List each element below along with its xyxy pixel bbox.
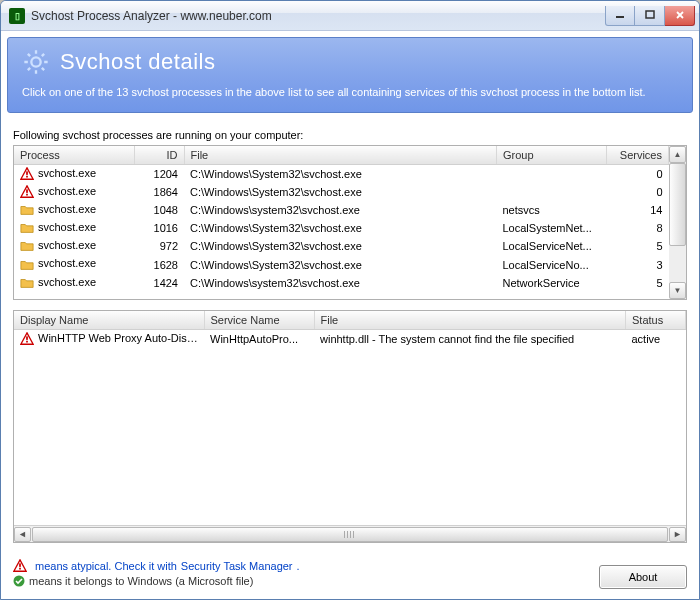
svg-rect-21 [26,341,28,343]
folder-icon [20,276,34,290]
atypical-note-text: means atypical. Check it with [35,560,177,572]
svg-rect-14 [26,171,28,175]
process-list-vscrollbar[interactable]: ▲ ▼ [669,146,686,299]
svg-rect-17 [26,190,28,194]
svg-rect-18 [26,194,28,196]
process-list-header[interactable]: Process ID File Group Services [14,146,669,165]
scroll-htrack[interactable] [32,527,668,542]
table-row[interactable]: svchost.exe1204C:\Windows\System32\svcho… [14,165,669,184]
process-list[interactable]: Process ID File Group Services svchost.e… [13,145,687,300]
footer-legend: means atypical. Check it with Security T… [13,557,599,589]
banner-heading: Svchost details [60,49,215,75]
gear-icon [22,48,50,76]
table-row[interactable]: svchost.exe1424C:\Windows\system32\svcho… [14,274,669,292]
table-row[interactable]: svchost.exe1016C:\Windows\System32\svcho… [14,219,669,237]
svg-line-11 [28,68,30,70]
folder-icon [20,221,34,235]
content-area: Following svchost processes are running … [1,119,699,553]
scroll-right-button[interactable]: ► [669,527,686,542]
col-svc-file[interactable]: File [314,311,626,330]
scroll-down-button[interactable]: ▼ [669,282,686,299]
scroll-thumb[interactable] [669,163,686,246]
col-services[interactable]: Services [607,146,669,165]
folder-icon [20,258,34,272]
close-button[interactable] [665,6,695,26]
svg-line-10 [42,68,44,70]
app-icon: ▯ [9,8,25,24]
security-task-manager-link[interactable]: Security Task Manager [181,560,293,572]
warning-icon [20,185,34,199]
svg-rect-24 [19,568,21,570]
folder-icon [20,239,34,253]
scroll-up-button[interactable]: ▲ [669,146,686,163]
svg-rect-20 [26,336,28,340]
table-row[interactable]: svchost.exe972C:\Windows\System32\svchos… [14,237,669,255]
minimize-icon [615,10,625,20]
col-group[interactable]: Group [497,146,607,165]
table-row[interactable]: WinHTTP Web Proxy Auto-Disc...WinHttpAut… [14,330,686,349]
warning-icon [20,167,34,181]
table-row[interactable]: svchost.exe1628C:\Windows\System32\svcho… [14,255,669,273]
banner-subtext: Click on one of the 13 svchost processes… [22,86,678,98]
service-list[interactable]: Display Name Service Name File Status Wi… [13,310,687,543]
table-row[interactable]: svchost.exe1048C:\Windows\system32\svcho… [14,201,669,219]
col-servicename[interactable]: Service Name [204,311,314,330]
service-list-header[interactable]: Display Name Service Name File Status [14,311,686,330]
maximize-icon [645,10,655,20]
header-banner: Svchost details Click on one of the 13 s… [7,37,693,113]
window-controls [605,6,695,26]
col-file[interactable]: File [184,146,497,165]
scroll-track[interactable] [669,163,686,282]
minimize-button[interactable] [605,6,635,26]
svg-rect-0 [616,16,624,18]
scroll-hthumb[interactable] [32,527,668,542]
process-list-caption: Following svchost processes are running … [13,129,687,141]
col-id[interactable]: ID [134,146,184,165]
col-process[interactable]: Process [14,146,134,165]
folder-icon [20,203,34,217]
scroll-left-button[interactable]: ◄ [14,527,31,542]
svg-point-4 [31,57,40,66]
window-title: Svchost Process Analyzer - www.neuber.co… [31,9,605,23]
service-list-hscrollbar[interactable]: ◄ ► [14,525,686,542]
svg-rect-1 [646,11,654,18]
col-status[interactable]: Status [626,311,686,330]
svg-rect-23 [19,563,21,567]
table-row[interactable]: svchost.exe1864C:\Windows\System32\svcho… [14,183,669,201]
about-button[interactable]: About [599,565,687,589]
warning-icon [20,332,34,346]
belongs-note-text: means it belongs to Windows (a Microsoft… [29,575,253,587]
svg-line-9 [28,54,30,56]
footer: means atypical. Check it with Security T… [1,553,699,599]
titlebar[interactable]: ▯ Svchost Process Analyzer - www.neuber.… [1,1,699,31]
svg-line-12 [42,54,44,56]
svg-rect-15 [26,176,28,178]
maximize-button[interactable] [635,6,665,26]
main-window: ▯ Svchost Process Analyzer - www.neuber.… [0,0,700,600]
close-icon [675,10,685,20]
warning-icon [13,559,27,573]
check-icon [13,575,25,587]
col-displayname[interactable]: Display Name [14,311,204,330]
